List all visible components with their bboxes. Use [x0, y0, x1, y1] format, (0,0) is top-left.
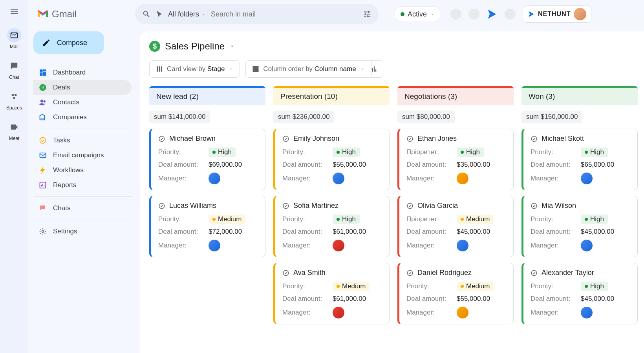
- deal-card[interactable]: Olivia Garcia Пріоритет:Medium Deal amou…: [397, 196, 514, 257]
- sidebar-item-chats[interactable]: Chats: [33, 201, 132, 216]
- folder-select[interactable]: All folders: [168, 10, 206, 18]
- compose-button[interactable]: Compose: [33, 31, 104, 54]
- deal-amount: $61,000.00: [333, 295, 366, 303]
- main-content: $ Sales Pipeline Card view by Stage Colu…: [140, 31, 644, 353]
- chevron-down-icon: [201, 12, 206, 16]
- gmail-logo[interactable]: Gmail: [37, 9, 135, 20]
- manager-avatar[interactable]: [581, 173, 593, 184]
- top-bar: Gmail All folders Active NETHUNT: [28, 0, 644, 28]
- sidebar-item-settings[interactable]: Settings: [33, 224, 132, 239]
- svg-point-14: [283, 203, 289, 209]
- manager-avatar[interactable]: [457, 173, 468, 184]
- search-input[interactable]: [211, 10, 358, 18]
- manager-avatar[interactable]: [581, 307, 593, 318]
- spaces-icon: [7, 89, 21, 104]
- svg-point-13: [283, 136, 289, 142]
- sidebar-item-companies[interactable]: Companies: [33, 110, 132, 125]
- manager-avatar[interactable]: [209, 240, 220, 251]
- action-placeholder[interactable]: [468, 9, 479, 20]
- priority-tag: High: [209, 147, 236, 157]
- manager-label: Manager:: [531, 309, 581, 317]
- svg-point-1: [15, 94, 16, 96]
- amount-label: Deal amount:: [531, 228, 581, 236]
- deal-card[interactable]: Sofia Martinez Priority:High Deal amount…: [273, 196, 390, 257]
- dollar-icon: $: [39, 84, 47, 91]
- view-toolbar: Card view by Stage Column order by Colum…: [149, 60, 644, 78]
- sidebar-item-email-campaigns[interactable]: Email campaigns: [33, 148, 132, 163]
- column-order-select[interactable]: Column order by Column name: [245, 60, 371, 78]
- column-new-lead: New lead (2) sum $141,000.00 Michael Bro…: [149, 86, 265, 330]
- svg-point-21: [531, 270, 537, 276]
- sidebar-item-workflows[interactable]: Workflows: [33, 163, 132, 178]
- pipeline-header[interactable]: $ Sales Pipeline: [149, 41, 644, 52]
- tune-icon[interactable]: [363, 10, 371, 18]
- rail-item-chat[interactable]: Chat: [6, 59, 22, 80]
- check-circle-icon: [282, 135, 289, 142]
- column-header[interactable]: New lead (2): [149, 86, 265, 105]
- card-view-select[interactable]: Card view by Stage: [149, 60, 240, 78]
- manager-avatar[interactable]: [333, 240, 344, 251]
- svg-point-11: [159, 136, 165, 142]
- companies-icon: [39, 113, 47, 121]
- user-avatar[interactable]: [574, 8, 586, 20]
- action-placeholder[interactable]: [505, 9, 516, 20]
- nethunt-cursor-icon[interactable]: [156, 10, 163, 18]
- deal-card[interactable]: Lucas Williams Priority:Medium Deal amou…: [149, 196, 265, 257]
- reports-icon: [39, 181, 47, 189]
- manager-avatar[interactable]: [581, 240, 593, 251]
- rail-item-mail[interactable]: Mail: [6, 28, 22, 49]
- priority-label: Priority:: [282, 215, 333, 223]
- sidebar-item-label: Contacts: [53, 98, 79, 106]
- amount-label: Deal amount:: [406, 161, 457, 169]
- card-title-row: Sofia Martinez: [282, 202, 382, 210]
- column-header[interactable]: Presentation (10): [273, 86, 390, 105]
- column-presentation: Presentation (10) sum $236,000.00 Emily …: [273, 86, 390, 330]
- sidebar-item-label: Chats: [53, 204, 70, 212]
- columns-icon: [252, 66, 259, 73]
- column-header[interactable]: Negotiations (3): [397, 86, 514, 105]
- priority-dot-icon: [212, 218, 216, 221]
- deal-card[interactable]: Michael Skott Priority:High Deal amount:…: [521, 129, 638, 190]
- sidebar-item-deals[interactable]: $Deals: [33, 80, 132, 95]
- column-negotiations: Negotiations (3) sum $80,000.00 Ethan Jo…: [397, 86, 514, 330]
- deal-card[interactable]: Michael Brown Priority:High Deal amount:…: [149, 129, 265, 190]
- manager-avatar[interactable]: [457, 307, 468, 318]
- manager-avatar[interactable]: [457, 240, 468, 251]
- priority-dot-icon: [585, 218, 588, 221]
- search-icon[interactable]: [142, 10, 151, 18]
- rail-item-spaces[interactable]: Spaces: [6, 89, 22, 111]
- bolt-icon: [39, 166, 47, 174]
- folder-select-label: All folders: [168, 10, 199, 18]
- nethunt-arrow-icon[interactable]: [487, 9, 498, 20]
- order-value: Column name: [315, 65, 356, 73]
- svg-point-0: [12, 94, 14, 96]
- deal-amount: $55,000.00: [457, 295, 490, 303]
- deal-card[interactable]: Ethan Jones Пріоритет:High Deal amount:$…: [397, 129, 514, 190]
- deal-card[interactable]: Ava Smith Priority:Medium Deal amount:$6…: [273, 263, 390, 324]
- deal-card[interactable]: Alexander Taylor Priority:High Deal amou…: [521, 263, 638, 324]
- nethunt-brand[interactable]: NETHUNT: [523, 5, 591, 23]
- menu-button[interactable]: [9, 7, 19, 16]
- svg-point-16: [407, 136, 413, 142]
- rail-item-meet[interactable]: Meet: [6, 120, 22, 141]
- deal-card[interactable]: Mia Wilson Priority:High Deal amount:$45…: [521, 196, 638, 257]
- status-select[interactable]: Active: [394, 6, 441, 22]
- chart-button[interactable]: [366, 60, 383, 78]
- manager-avatar[interactable]: [333, 307, 344, 318]
- sidebar-item-dashboard[interactable]: Dashboard: [33, 65, 132, 80]
- column-header[interactable]: Won (3): [521, 86, 638, 105]
- manager-avatar[interactable]: [209, 173, 220, 184]
- sidebar-item-contacts[interactable]: Contacts: [33, 95, 132, 110]
- manager-avatar[interactable]: [333, 173, 344, 184]
- deal-card[interactable]: Emily Johnson Priority:High Deal amount:…: [273, 129, 390, 190]
- view-prefix: Card view by: [167, 65, 207, 73]
- sidebar-item-tasks[interactable]: Tasks: [33, 133, 132, 148]
- priority-dot-icon: [337, 218, 340, 221]
- deal-card[interactable]: Daniel Rodriguez Priority:Medium Deal am…: [397, 263, 514, 324]
- nethunt-logo-icon: [528, 11, 535, 18]
- sidebar-item-reports[interactable]: Reports: [33, 178, 132, 193]
- priority-tag: High: [581, 215, 608, 224]
- action-placeholder[interactable]: [450, 9, 461, 20]
- priority-label: Priority:: [531, 148, 581, 156]
- tasks-icon: [39, 136, 47, 144]
